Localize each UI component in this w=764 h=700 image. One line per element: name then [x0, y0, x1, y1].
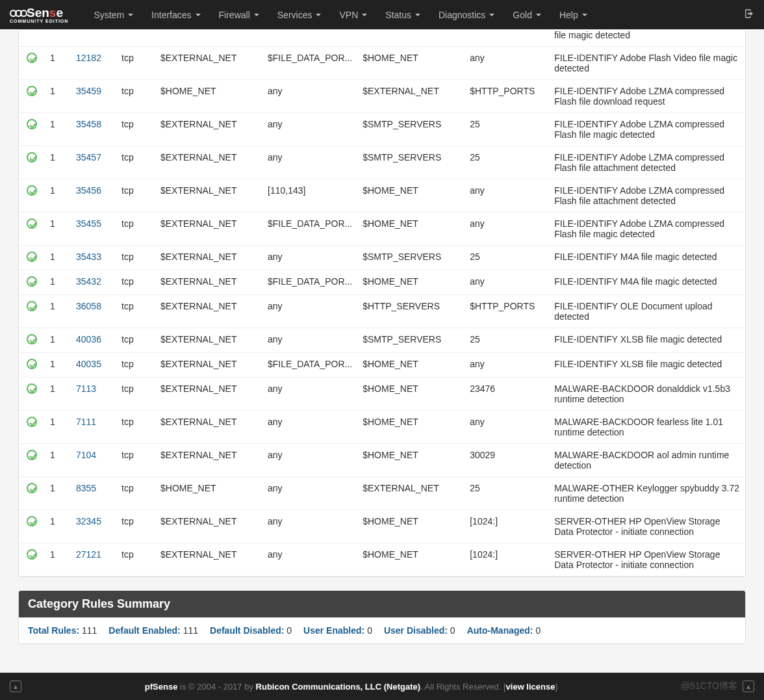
logout-icon[interactable]	[744, 8, 754, 21]
rule-source: $EXTERNAL_NET	[155, 295, 262, 328]
enabled-check-icon[interactable]	[27, 334, 37, 344]
rule-dest: $HOME_NET	[357, 270, 465, 295]
rule-dest: $SMTP_SERVERS	[357, 246, 465, 270]
rule-srcport: any	[262, 113, 357, 146]
enabled-check-icon[interactable]	[27, 383, 37, 394]
rule-message: SERVER-OTHER HP OpenView Storage Data Pr…	[549, 510, 745, 543]
table-row: 17113tcp$EXTERNAL_NETany$HOME_NET23476MA…	[19, 378, 745, 411]
rule-dest: $EXTERNAL_NET	[357, 80, 465, 113]
rule-sid-link[interactable]: 35458	[76, 119, 101, 129]
enabled-check-icon[interactable]	[27, 359, 37, 369]
rule-gid: 1	[45, 353, 71, 378]
summary-value: 0	[367, 625, 372, 636]
caret-down-icon	[362, 14, 367, 16]
rule-srcport: any	[262, 543, 357, 577]
rule-sid-link[interactable]: 35456	[76, 185, 101, 196]
rule-proto: tcp	[116, 444, 155, 477]
enabled-check-icon[interactable]	[27, 185, 37, 196]
enabled-check-icon[interactable]	[27, 218, 37, 229]
rule-srcport: any	[262, 246, 357, 270]
rule-sid-link[interactable]: 8355	[76, 483, 96, 493]
enabled-check-icon[interactable]	[27, 276, 37, 287]
rule-proto: tcp	[116, 80, 155, 113]
rule-message: FILE-IDENTIFY Adobe LZMA compressed Flas…	[549, 213, 745, 246]
rule-dstport: 23476	[465, 378, 549, 411]
rule-message: FILE-IDENTIFY XLSB file magic detected	[549, 353, 745, 378]
rule-srcport: any	[262, 295, 357, 328]
rule-dstport: 25	[465, 246, 549, 270]
nav-item-firewall[interactable]: Firewall	[210, 0, 268, 29]
nav-item-gold[interactable]: Gold	[503, 0, 550, 29]
summary-value: 0	[450, 625, 455, 636]
caret-down-icon	[128, 14, 133, 16]
nav-item-interfaces[interactable]: Interfaces	[142, 0, 209, 29]
rule-sid-link[interactable]: 35433	[76, 252, 101, 262]
table-row: 135433tcp$EXTERNAL_NETany$SMTP_SERVERS25…	[19, 246, 745, 270]
rule-sid-link[interactable]: 35455	[76, 218, 101, 229]
rule-srcport: $FILE_DATA_POR...	[262, 353, 357, 378]
rule-sid-link[interactable]: 27121	[76, 549, 101, 560]
rule-gid: 1	[45, 47, 71, 80]
rule-proto: tcp	[116, 328, 155, 353]
rule-proto: tcp	[116, 411, 155, 444]
rule-sid-link[interactable]: 35457	[76, 152, 101, 162]
rule-sid-link[interactable]: 40035	[76, 359, 101, 369]
rule-dest: $HOME_NET	[357, 543, 465, 577]
rule-gid: 1	[45, 543, 71, 577]
rule-message: MALWARE-BACKDOOR fearless lite 1.01 runt…	[549, 411, 745, 444]
rule-sid-link[interactable]: 7113	[76, 383, 96, 394]
rule-message: FILE-IDENTIFY Adobe LZMA compressed Flas…	[549, 113, 745, 146]
summary-value: 111	[82, 625, 97, 636]
enabled-check-icon[interactable]	[27, 450, 37, 460]
rule-srcport: any	[262, 146, 357, 179]
rule-sid-link[interactable]: 36058	[76, 301, 101, 311]
enabled-check-icon[interactable]	[27, 119, 37, 129]
rule-sid-link[interactable]: 35432	[76, 276, 101, 287]
rule-sid-link[interactable]: 7104	[76, 450, 96, 460]
rule-dstport: any	[465, 179, 549, 213]
rule-srcport: $FILE_DATA_POR...	[262, 213, 357, 246]
enabled-check-icon[interactable]	[27, 301, 37, 311]
table-row: 135456tcp$EXTERNAL_NET[110,143]$HOME_NET…	[19, 179, 745, 213]
rule-sid-link[interactable]: 35459	[76, 86, 101, 96]
table-row: 135459tcp$HOME_NETany$EXTERNAL_NET$HTTP_…	[19, 80, 745, 113]
rule-sid-link[interactable]: 40036	[76, 334, 101, 344]
logo-subtitle: COMMUNITY EDITION	[10, 19, 68, 23]
enabled-check-icon[interactable]	[27, 252, 37, 262]
enabled-check-icon[interactable]	[27, 86, 37, 96]
logo[interactable]: Sense COMMUNITY EDITION	[10, 6, 68, 23]
rule-dstport: 25	[465, 146, 549, 179]
table-row: 17111tcp$EXTERNAL_NETany$HOME_NETanyMALW…	[19, 411, 745, 444]
rule-sid-link[interactable]: 7111	[76, 417, 96, 427]
summary-item: User Enabled: 0	[303, 625, 372, 636]
caret-down-icon	[582, 14, 587, 16]
rule-source: $EXTERNAL_NET	[155, 246, 262, 270]
rule-proto: tcp	[116, 378, 155, 411]
nav-item-system[interactable]: System	[84, 0, 142, 29]
nav-item-diagnostics[interactable]: Diagnostics	[429, 0, 503, 29]
summary-label: Auto-Managed:	[467, 625, 533, 636]
nav-item-status[interactable]: Status	[376, 0, 429, 29]
rule-dest: $HOME_NET	[357, 510, 465, 543]
rule-dstport: $HTTP_PORTS	[465, 80, 549, 113]
nav-item-help[interactable]: Help	[550, 0, 596, 29]
rule-source: $EXTERNAL_NET	[155, 270, 262, 295]
rule-sid-link[interactable]: 12182	[76, 53, 101, 63]
enabled-check-icon[interactable]	[27, 549, 37, 560]
nav-item-services[interactable]: Services	[268, 0, 331, 29]
rule-gid: 1	[45, 146, 71, 179]
enabled-check-icon[interactable]	[27, 516, 37, 526]
rule-gid: 1	[45, 270, 71, 295]
enabled-check-icon[interactable]	[27, 53, 37, 63]
rule-source: $EXTERNAL_NET	[155, 47, 262, 80]
nav-item-vpn[interactable]: VPN	[330, 0, 376, 29]
rule-sid-link[interactable]: 32345	[76, 516, 101, 526]
summary-value: 111	[183, 625, 198, 636]
enabled-check-icon[interactable]	[27, 483, 37, 493]
table-row: file magic detected	[19, 30, 745, 47]
rule-gid: 1	[45, 246, 71, 270]
enabled-check-icon[interactable]	[27, 152, 37, 162]
rule-proto: tcp	[116, 270, 155, 295]
enabled-check-icon[interactable]	[27, 417, 37, 427]
table-row: 136058tcp$EXTERNAL_NETany$HTTP_SERVERS$H…	[19, 295, 745, 328]
